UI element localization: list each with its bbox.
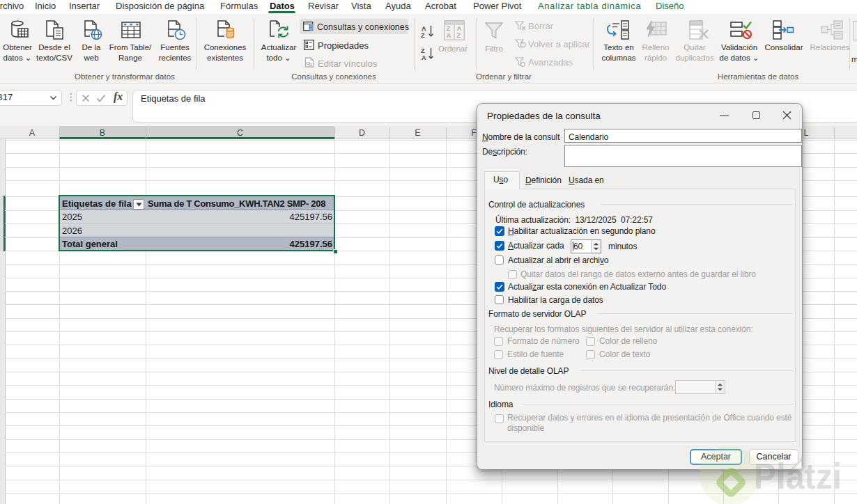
svg-text:Z: Z (457, 31, 461, 39)
svg-text:A: A (447, 31, 451, 39)
svg-text:A: A (422, 54, 426, 61)
svg-text:Z: Z (421, 47, 425, 54)
svg-text:Z: Z (421, 32, 425, 39)
svg-text:A: A (422, 25, 426, 32)
